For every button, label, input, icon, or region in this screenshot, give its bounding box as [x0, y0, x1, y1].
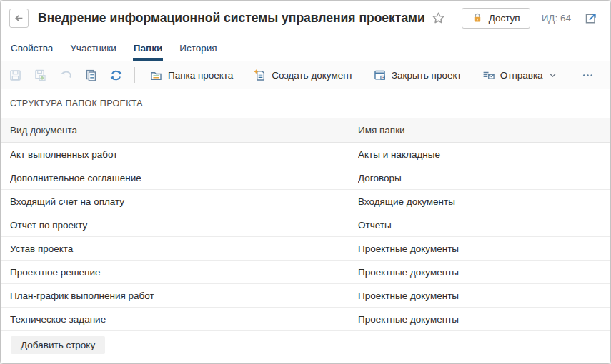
back-button[interactable] [9, 9, 29, 28]
send-icon [482, 69, 495, 82]
undo-icon [59, 69, 73, 82]
save-all-button[interactable] [31, 64, 49, 86]
table-row[interactable]: План-график выполнения работПроектные до… [1, 284, 610, 308]
project-folder-button[interactable]: Папка проекта [141, 64, 241, 86]
table-header-row: Вид документа Имя папки [1, 118, 610, 143]
create-document-icon [253, 69, 267, 82]
send-label: Отправка [500, 70, 543, 81]
create-document-label: Создать документ [272, 70, 353, 81]
section-title: СТРУКТУРА ПАПОК ПРОЕКТА [1, 89, 610, 118]
cell-doc-kind: Акт выполненных работ [10, 149, 358, 160]
tab-history[interactable]: История [179, 35, 217, 61]
tab-properties[interactable]: Свойства [10, 35, 54, 61]
table-row[interactable]: Техническое заданиеПроектные документы [1, 308, 610, 331]
cell-doc-kind: Отчет по проекту [10, 220, 358, 231]
cell-folder-name: Акты и накладные [358, 149, 610, 160]
project-folder-icon [149, 69, 163, 82]
column-header-folder-name[interactable]: Имя папки [358, 125, 610, 136]
lock-icon [472, 12, 483, 24]
page-title: Внедрение информационной системы управле… [38, 11, 425, 26]
access-button[interactable]: Доступ [462, 8, 530, 29]
project-card-window: Внедрение информационной системы управле… [0, 0, 611, 364]
header: Внедрение информационной системы управле… [1, 1, 610, 35]
cell-doc-kind: План-график выполнения работ [10, 290, 358, 301]
close-project-button[interactable]: Закрыть проект [365, 64, 470, 86]
table-row[interactable]: Акт выполненных работАкты и накладные [1, 143, 610, 166]
table-row[interactable]: Устав проектаПроектные документы [1, 237, 610, 261]
table-row[interactable]: Входящий счет на оплатуВходящие документ… [1, 190, 610, 213]
column-header-doc-kind[interactable]: Вид документа [10, 125, 358, 136]
save-all-icon [34, 69, 47, 82]
save-icon [9, 69, 22, 82]
table-body: Акт выполненных работАкты и накладныеДоп… [1, 143, 610, 331]
chevron-down-icon [548, 71, 557, 80]
folders-table: Вид документа Имя папки Акт выполненных … [1, 118, 610, 331]
access-button-label: Доступ [489, 13, 520, 24]
open-in-new-window-icon[interactable] [582, 9, 600, 27]
favorite-star-icon[interactable] [432, 11, 445, 25]
arrow-left-icon [13, 12, 25, 24]
add-row-bar: Добавить строку [1, 331, 610, 358]
project-folder-label: Папка проекта [168, 70, 233, 81]
add-row-button[interactable]: Добавить строку [11, 336, 105, 354]
tab-participants[interactable]: Участники [69, 35, 117, 61]
tab-folders[interactable]: Папки [133, 35, 163, 61]
cell-folder-name: Проектные документы [358, 314, 610, 325]
cell-folder-name: Проектные документы [358, 267, 610, 278]
save-button[interactable] [6, 64, 24, 86]
create-document-button[interactable]: Создать документ [245, 64, 361, 86]
toolbar-separator [134, 67, 135, 83]
toolbar: Папка проекта Создать документ Закрыть п… [1, 61, 610, 89]
cell-folder-name: Проектные документы [358, 243, 610, 254]
cell-doc-kind: Проектное решение [10, 267, 358, 278]
close-project-label: Закрыть проект [392, 70, 462, 81]
copy-button[interactable] [82, 64, 99, 86]
close-project-icon [373, 69, 387, 82]
copy-icon [84, 69, 98, 82]
refresh-button[interactable] [108, 64, 125, 86]
cell-doc-kind: Устав проекта [10, 243, 358, 254]
cell-folder-name: Входящие документы [358, 196, 610, 207]
tabs-bar: СвойстваУчастникиПапкиИстория [1, 35, 610, 61]
ellipsis-icon [581, 69, 595, 82]
table-row[interactable]: Отчет по проектуОтчеты [1, 213, 610, 237]
bottom-spacer [1, 358, 610, 364]
cell-doc-kind: Входящий счет на оплату [10, 196, 358, 207]
cell-folder-name: Проектные документы [358, 290, 610, 301]
refresh-icon [109, 69, 123, 82]
cell-doc-kind: Техническое задание [10, 314, 358, 325]
cell-folder-name: Договоры [358, 173, 610, 183]
record-id: ИД: 64 [542, 13, 571, 24]
table-row[interactable]: Дополнительное соглашениеДоговоры [1, 166, 610, 190]
undo-button[interactable] [57, 64, 74, 86]
table-row[interactable]: Проектное решениеПроектные документы [1, 261, 610, 284]
cell-folder-name: Отчеты [358, 220, 610, 231]
send-button[interactable]: Отправка [474, 64, 565, 86]
more-actions-button[interactable] [580, 64, 597, 86]
cell-doc-kind: Дополнительное соглашение [10, 173, 358, 183]
